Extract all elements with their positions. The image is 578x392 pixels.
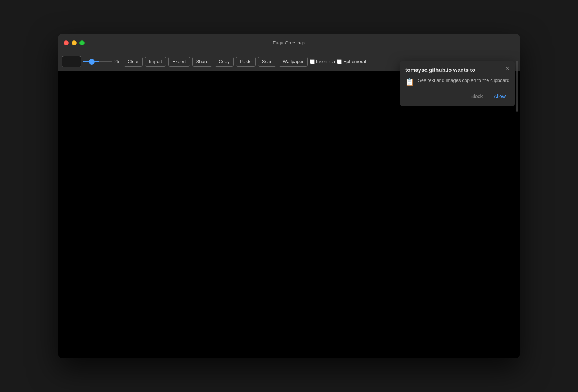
copy-button[interactable]: Copy [215,57,233,67]
share-button[interactable]: Share [192,57,213,67]
traffic-lights [58,40,85,45]
popup-close-button[interactable]: ✕ [504,65,511,72]
close-icon: ✕ [505,65,510,72]
clipboard-icon: 📋 [405,78,414,86]
popup-body: 📋 See text and images copied to the clip… [405,77,509,86]
minimize-button[interactable] [72,40,77,45]
permission-popup: ✕ tomayac.github.io wants to 📋 See text … [400,61,515,106]
wallpaper-button[interactable]: Wallpaper [279,57,307,67]
popup-description: See text and images copied to the clipbo… [418,77,509,84]
scan-button[interactable]: Scan [258,57,277,67]
insomnia-label: Insomnia [316,59,335,64]
app-window: Fugu Greetings ⋮ 25 Clear Import Export … [58,34,520,358]
window-title: Fugu Greetings [273,40,305,45]
ephemeral-checkbox[interactable] [337,59,342,64]
popup-actions: Block Allow [405,92,509,101]
insomnia-checkbox[interactable] [310,59,315,64]
popup-title: tomayac.github.io wants to [405,67,509,73]
allow-button[interactable]: Allow [490,92,509,101]
slider-container: 25 [83,59,121,64]
export-button[interactable]: Export [168,57,190,67]
color-preview[interactable] [62,56,81,67]
import-button[interactable]: Import [145,57,166,67]
maximize-button[interactable] [79,40,85,45]
insomnia-checkbox-label[interactable]: Insomnia [310,59,335,64]
close-button[interactable] [64,40,69,45]
more-vert-icon: ⋮ [507,39,513,47]
ephemeral-label: Ephemeral [343,59,366,64]
title-bar: Fugu Greetings ⋮ [58,34,520,52]
more-menu-button[interactable]: ⋮ [505,38,515,48]
canvas-area[interactable] [58,71,520,358]
block-button[interactable]: Block [467,92,486,101]
clear-button[interactable]: Clear [124,57,143,67]
slider-value: 25 [114,59,121,64]
size-slider[interactable] [83,61,112,62]
popup-scrollbar [516,61,518,112]
paste-button[interactable]: Paste [236,57,256,67]
ephemeral-checkbox-label[interactable]: Ephemeral [337,59,366,64]
